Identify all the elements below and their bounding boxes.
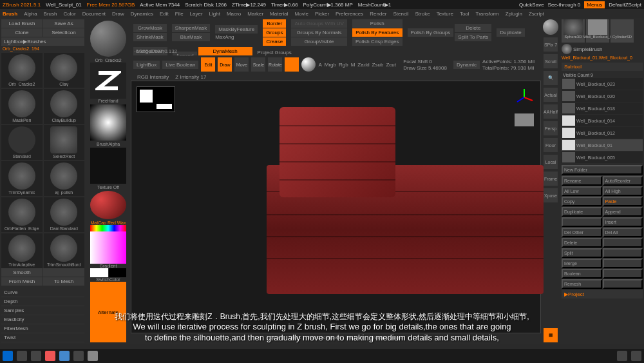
simple-brush-icon[interactable] xyxy=(562,44,572,54)
brush-item[interactable]: TrimDynamic xyxy=(1,161,43,196)
all-low-button[interactable]: All Low xyxy=(562,186,602,196)
menu-item[interactable]: Tool xyxy=(460,11,469,17)
option-item[interactable]: Depth xyxy=(1,297,84,306)
menu-item[interactable]: Stencil xyxy=(393,11,409,17)
alpha-preview[interactable] xyxy=(90,104,126,141)
load-brush-button[interactable]: Load Brush xyxy=(1,19,43,28)
menu-item[interactable]: Transform xyxy=(476,11,499,17)
groups-button[interactable]: Groups xyxy=(263,28,286,37)
menu-item[interactable]: Marker xyxy=(247,11,263,17)
gizmo-icon[interactable] xyxy=(285,57,299,72)
draw-mode-button[interactable]: Draw xyxy=(218,57,232,72)
secondary-color-swatch[interactable] xyxy=(109,268,127,277)
brush-item[interactable]: aj_polish xyxy=(44,161,85,196)
xpose-button[interactable]: Xpose xyxy=(544,188,558,202)
brush-item[interactable]: ClayBuildup xyxy=(44,89,85,124)
delete-subtool-button[interactable]: Delete xyxy=(562,238,602,248)
new-folder-button[interactable]: New Folder xyxy=(562,165,643,175)
axis-gizmo-icon[interactable] xyxy=(515,88,534,107)
subtool-header[interactable]: Subtool xyxy=(562,63,643,71)
subtool-item[interactable]: Well_Blockout_018 xyxy=(562,103,643,114)
option-item[interactable]: Samples xyxy=(1,306,84,315)
duplicate-subtool-button[interactable]: Duplicate xyxy=(562,207,602,217)
search-icon[interactable] xyxy=(17,351,27,361)
shrinkmask-button[interactable]: ShrinkMask xyxy=(133,33,167,41)
select-icon-button[interactable]: SelectIcon xyxy=(43,28,84,37)
brush-menu[interactable]: Brush xyxy=(3,11,17,17)
app-icon[interactable] xyxy=(45,351,55,361)
menu-item[interactable]: Alpha xyxy=(24,11,37,17)
border-button[interactable]: Border xyxy=(263,19,286,28)
brush-item[interactable]: SelectRect xyxy=(44,125,85,160)
menu-item[interactable]: Brush xyxy=(44,11,57,17)
subtool-item[interactable]: Well_Blockout_012 xyxy=(562,127,643,139)
sharpenmask-button[interactable]: SharpenMask xyxy=(172,24,210,32)
lightbox-button[interactable]: LightBox xyxy=(133,61,160,69)
menu-item[interactable]: Movie xyxy=(295,11,308,17)
rename-button[interactable]: Rename xyxy=(562,176,602,186)
color-picker[interactable] xyxy=(90,231,126,264)
menu-item[interactable]: Zscript xyxy=(529,11,544,17)
3d-viewport[interactable] xyxy=(131,81,541,333)
dynamesh-button[interactable]: DynaMesh xyxy=(198,47,252,55)
zoom-button[interactable]: 🔍 xyxy=(544,71,558,85)
menu-item[interactable]: Dynamics xyxy=(131,11,153,17)
subtool-item[interactable]: Well_Blockout_014 xyxy=(562,115,643,126)
lightbox-brushes[interactable]: Lightbox▶Brushes xyxy=(1,37,84,46)
to-mesh-button[interactable]: To Mesh xyxy=(43,277,84,286)
frame-button[interactable]: Frame xyxy=(544,172,558,186)
local-button[interactable]: Local xyxy=(544,155,558,169)
save-as-button[interactable]: Save As xyxy=(43,19,84,28)
duplicate-button[interactable]: Duplicate xyxy=(497,28,524,37)
growmask-button[interactable]: GrowMask xyxy=(133,24,167,32)
spix-button[interactable]: SPix 7 xyxy=(544,37,558,52)
tool-thumb[interactable]: Well_Blockout_0 xyxy=(586,19,609,43)
taskview-icon[interactable] xyxy=(31,351,41,361)
rotate-mode-button[interactable]: Rotate xyxy=(268,57,282,72)
menu-item[interactable]: Texture xyxy=(437,11,453,17)
brush-item[interactable]: TrimAdaptive xyxy=(1,233,43,268)
brush-item[interactable]: DamStandard xyxy=(44,197,85,232)
nav-sphere-icon[interactable] xyxy=(543,19,558,35)
menu-item[interactable]: Preferences xyxy=(336,11,363,17)
material-preview[interactable] xyxy=(90,191,126,219)
smooth-button[interactable]: Smooth xyxy=(1,268,43,277)
app-icon[interactable] xyxy=(59,351,70,361)
menu-item[interactable]: Draw xyxy=(112,11,124,17)
tray-icon[interactable] xyxy=(631,351,641,361)
tool-thumb[interactable]: Sphere3D xyxy=(562,19,585,43)
draw-size-slider[interactable]: Draw Size 5.46908 xyxy=(403,65,447,71)
brush-preview-icon[interactable] xyxy=(90,21,126,57)
main-color-swatch[interactable] xyxy=(90,268,108,277)
option-item[interactable]: Orientation xyxy=(1,342,84,344)
del-other-button[interactable]: Del Other xyxy=(562,228,602,237)
project-section[interactable]: ▶Project xyxy=(562,290,643,299)
viewport-thumbnail[interactable] xyxy=(137,86,175,112)
menu-item[interactable]: Layer xyxy=(190,11,203,17)
tray-icon[interactable] xyxy=(617,351,627,361)
menu-item[interactable]: Edit xyxy=(160,11,169,17)
menu-item[interactable]: Picker xyxy=(315,11,329,17)
brush-item[interactable]: Standard xyxy=(1,125,43,160)
menu-item[interactable]: Document xyxy=(82,11,106,17)
subtool-item-selected[interactable]: Well_Blockout_01 xyxy=(562,139,643,151)
from-mesh-button[interactable]: From Mesh xyxy=(1,277,43,286)
brush-item[interactable]: OrbFlatten_Edge xyxy=(1,197,43,232)
crease-button[interactable]: Crease xyxy=(263,37,286,46)
start-icon[interactable] xyxy=(3,351,13,361)
menu-item[interactable]: Stroke xyxy=(415,11,430,17)
actual-button[interactable]: Actual xyxy=(544,88,558,102)
texture-preview[interactable] xyxy=(90,148,126,184)
option-item[interactable]: Elasticity xyxy=(1,315,84,324)
quicksave-button[interactable]: QuickSave xyxy=(519,2,544,8)
subtool-item[interactable]: Well_Blockout_020 xyxy=(562,90,643,102)
aahalf-button[interactable]: AAHalf xyxy=(544,104,558,119)
copy-button[interactable]: Copy xyxy=(562,197,602,206)
brush-item[interactable]: TrimSmoothBord xyxy=(44,233,85,268)
menus-toggle[interactable]: Menus xyxy=(584,1,605,8)
delete-button[interactable]: Delete xyxy=(455,24,491,32)
menu-item[interactable]: Macro xyxy=(227,11,241,17)
brush-item[interactable]: Orb_Cracks2 xyxy=(1,53,43,88)
persp-button[interactable]: Persp xyxy=(544,121,558,135)
option-item[interactable]: Curve xyxy=(1,288,84,297)
